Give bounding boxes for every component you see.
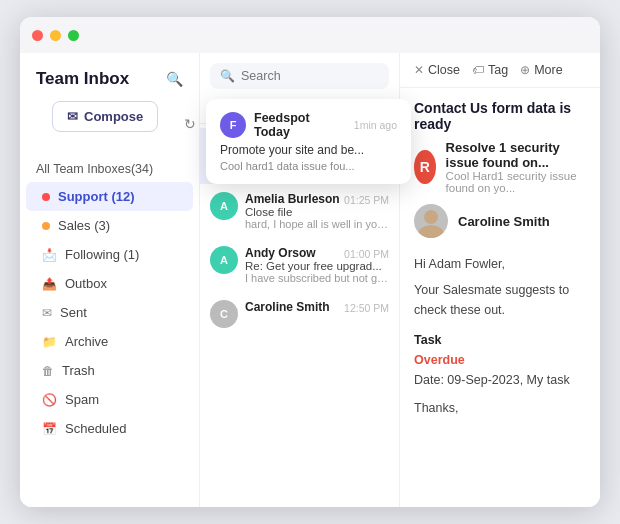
close-dot[interactable]: [32, 30, 43, 41]
sidebar-item-support[interactable]: Support (12): [26, 182, 193, 211]
svg-point-1: [418, 225, 444, 238]
body-thanks: Thanks,: [414, 398, 586, 418]
email-sender: Caroline Smith: [245, 300, 330, 314]
body-overdue: Overdue: [414, 350, 586, 370]
close-icon: ✕: [414, 63, 424, 77]
popup-preview: Cool hard1 data issue fou...: [220, 160, 397, 172]
sidebar: Team Inbox 🔍 ✉ Compose ↻ All Team Inboxe…: [20, 53, 200, 507]
email-sender: Amelia Burleson: [245, 192, 340, 206]
sidebar-item-following[interactable]: 📩 Following (1): [26, 240, 193, 269]
body-date: Date: 09-Sep-2023, My task: [414, 370, 586, 390]
compose-icon: ✉: [67, 109, 78, 124]
more-icon: ⊕: [520, 63, 530, 77]
right-toolbar: ✕ Close 🏷 Tag ⊕ More: [400, 53, 600, 88]
email-preview: I have subscribed but not go...: [245, 272, 389, 284]
sender-preview: Cool Hard1 security issue found on yo...: [446, 170, 586, 194]
titlebar: [20, 17, 600, 53]
email-preview: hard, I hope all is well in you...: [245, 218, 389, 230]
caroline-avatar: [414, 204, 448, 238]
search-bar: 🔍: [200, 53, 399, 89]
sender-avatar: R: [414, 150, 436, 184]
sidebar-item-archive[interactable]: 📁 Archive: [26, 327, 193, 356]
avatar: A: [210, 246, 238, 274]
sender-row: R Resolve 1 security issue found on... C…: [400, 140, 600, 204]
popup-time: 1min ago: [354, 119, 397, 131]
body-greeting: Hi Adam Fowler,: [414, 254, 586, 274]
following-icon: 📩: [42, 248, 57, 262]
email-sender: Andy Orsow: [245, 246, 316, 260]
list-item[interactable]: A Amelia Burleson 01:25 PM Close file ha…: [200, 184, 399, 238]
list-item[interactable]: C Caroline Smith 12:50 PM: [200, 292, 399, 336]
caroline-row: Caroline Smith: [400, 204, 600, 248]
more-button[interactable]: ⊕ More: [520, 63, 562, 77]
body-task: Task: [414, 330, 586, 350]
sidebar-item-scheduled[interactable]: 📅 Scheduled: [26, 414, 193, 443]
all-inboxes-label[interactable]: All Team Inboxes(34): [20, 156, 199, 182]
list-item[interactable]: A Andy Orsow 01:00 PM Re: Get your free …: [200, 238, 399, 292]
sender-name: Resolve 1 security issue found on...: [446, 140, 586, 170]
sidebar-item-sent[interactable]: ✉ Sent: [26, 298, 193, 327]
search-icon: 🔍: [220, 69, 235, 83]
email-subject: Re: Get your free upgrad...: [245, 260, 389, 272]
search-input[interactable]: [241, 69, 379, 83]
scheduled-icon: 📅: [42, 422, 57, 436]
tag-icon: 🏷: [472, 63, 484, 77]
popup-subject: Promote your site and be...: [220, 143, 397, 157]
refresh-button[interactable]: ↻: [180, 112, 200, 136]
sent-icon: ✉: [42, 306, 52, 320]
spam-icon: 🚫: [42, 393, 57, 407]
body-line1: Your Salesmate suggests to check these o…: [414, 280, 586, 320]
email-title: Contact Us form data is ready: [400, 88, 600, 140]
sales-dot: [42, 222, 50, 230]
popup-avatar: F: [220, 112, 246, 138]
popup-sender: Feedspot Today: [254, 111, 346, 139]
email-time: 01:25 PM: [344, 194, 389, 206]
tag-button[interactable]: 🏷 Tag: [472, 63, 508, 77]
archive-icon: 📁: [42, 335, 57, 349]
maximize-dot[interactable]: [68, 30, 79, 41]
close-button[interactable]: ✕ Close: [414, 63, 460, 77]
support-dot: [42, 193, 50, 201]
email-body: Hi Adam Fowler, Your Salesmate suggests …: [400, 248, 600, 424]
sidebar-item-trash[interactable]: 🗑 Trash: [26, 356, 193, 385]
sidebar-item-outbox[interactable]: 📤 Outbox: [26, 269, 193, 298]
middle-panel: 🔍 Open Unassigned All ⇅ F Feedspot Today…: [200, 53, 400, 507]
email-time: 01:00 PM: [344, 248, 389, 260]
search-icon[interactable]: 🔍: [166, 71, 183, 87]
email-time: 12:50 PM: [344, 302, 389, 314]
sidebar-item-sales[interactable]: Sales (3): [26, 211, 193, 240]
right-panel: ✕ Close 🏷 Tag ⊕ More Contact Us form dat…: [400, 53, 600, 507]
avatar: A: [210, 192, 238, 220]
minimize-dot[interactable]: [50, 30, 61, 41]
trash-icon: 🗑: [42, 364, 54, 378]
email-subject: Close file: [245, 206, 389, 218]
sidebar-title: Team Inbox 🔍: [20, 69, 199, 101]
sidebar-item-spam[interactable]: 🚫 Spam: [26, 385, 193, 414]
email-preview-popup[interactable]: F Feedspot Today 1min ago Promote your s…: [206, 99, 411, 184]
caroline-name: Caroline Smith: [458, 214, 550, 229]
outbox-icon: 📤: [42, 277, 57, 291]
compose-button[interactable]: ✉ Compose: [52, 101, 158, 132]
avatar: C: [210, 300, 238, 328]
svg-point-0: [424, 210, 438, 224]
